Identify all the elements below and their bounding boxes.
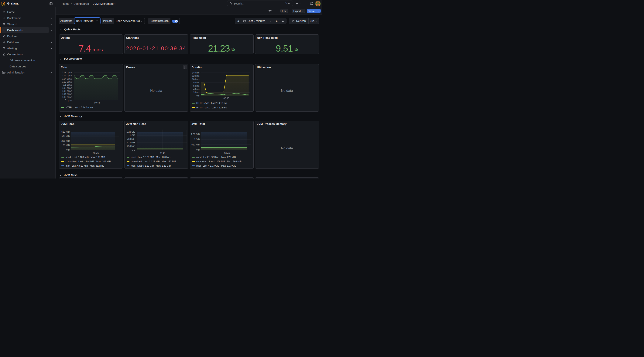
svg-text:256 MiB: 256 MiB	[61, 140, 70, 142]
svg-text:00:45: 00:45	[94, 101, 100, 104]
svg-text:0.12 ops/s: 0.12 ops/s	[62, 80, 72, 83]
svg-text:140 ms: 140 ms	[192, 71, 199, 74]
svg-text:40 ms: 40 ms	[193, 88, 199, 90]
svg-text:0 B: 0 B	[196, 148, 200, 151]
svg-text:0 B: 0 B	[132, 148, 135, 151]
svg-text:512 MiB: 512 MiB	[127, 141, 135, 144]
svg-text:00:45: 00:45	[224, 152, 230, 154]
svg-text:0.06 ops/s: 0.06 ops/s	[62, 90, 72, 92]
svg-text:100 ms: 100 ms	[192, 78, 199, 81]
svg-text:0.16 ops/s: 0.16 ops/s	[62, 74, 72, 77]
svg-text:0.1 ops/s: 0.1 ops/s	[63, 83, 72, 86]
svg-text:384 MiB: 384 MiB	[61, 135, 70, 138]
svg-text:60 ms: 60 ms	[193, 85, 199, 87]
svg-text:20 ms: 20 ms	[193, 91, 199, 94]
svg-text:00:45: 00:45	[160, 152, 165, 154]
svg-text:00:45: 00:45	[93, 152, 99, 154]
svg-text:128 MiB: 128 MiB	[61, 144, 70, 147]
svg-text:80 ms: 80 ms	[193, 81, 199, 84]
svg-text:768 MiB: 768 MiB	[127, 138, 135, 140]
svg-text:512 MiB: 512 MiB	[61, 130, 70, 133]
svg-text:0.04 ops/s: 0.04 ops/s	[62, 93, 72, 95]
svg-text:256 MiB: 256 MiB	[127, 145, 135, 148]
svg-text:0 B: 0 B	[66, 148, 70, 151]
svg-text:1 GiB: 1 GiB	[194, 138, 200, 141]
svg-text:1 GiB: 1 GiB	[130, 134, 135, 137]
svg-text:0.14 ops/s: 0.14 ops/s	[62, 77, 72, 80]
svg-text:1.25 GiB: 1.25 GiB	[126, 130, 135, 133]
svg-text:0.02 ops/s: 0.02 ops/s	[62, 96, 72, 98]
svg-text:1.50 GiB: 1.50 GiB	[191, 133, 200, 136]
svg-text:120 ms: 120 ms	[192, 75, 199, 77]
svg-text:0.18 ops/s: 0.18 ops/s	[62, 71, 72, 74]
svg-text:0 ops/s: 0 ops/s	[65, 99, 72, 102]
svg-text:512 MiB: 512 MiB	[191, 143, 200, 146]
svg-text:00:45: 00:45	[223, 97, 229, 100]
svg-text:0 s: 0 s	[196, 94, 199, 97]
svg-text:0.08 ops/s: 0.08 ops/s	[62, 87, 72, 89]
